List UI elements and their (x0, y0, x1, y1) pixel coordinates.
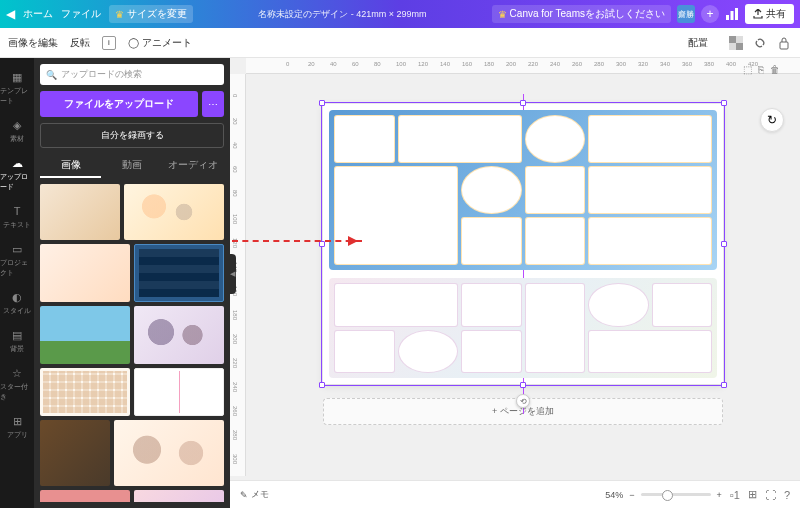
bottom-bar: ✎ メモ 54% − + ▫1 ⊞ ⛶ ? (230, 480, 800, 508)
thumb[interactable] (40, 306, 130, 364)
share-button[interactable]: 共有 (745, 4, 794, 24)
design-canvas[interactable]: ⟲ (323, 104, 723, 384)
lock-icon[interactable] (776, 35, 792, 51)
thumb[interactable] (114, 420, 224, 486)
resize-handle[interactable] (721, 382, 727, 388)
resize-button[interactable]: ♛サイズを変更 (109, 5, 193, 23)
back-icon[interactable]: ◀ (6, 7, 15, 21)
record-button[interactable]: 自分を録画する (40, 123, 224, 148)
help-icon[interactable]: ? (784, 489, 790, 501)
thumb[interactable] (134, 244, 224, 302)
tab-videos[interactable]: 動画 (101, 154, 162, 178)
rail-starred[interactable]: ☆スター付き (0, 360, 34, 408)
rail-background[interactable]: ▤背景 (0, 322, 34, 360)
styles-icon: ◐ (10, 290, 24, 304)
side-rail: ▦テンプレート ◈素材 ☁アップロード Tテキスト ▭プロジェクト ◐スタイル … (0, 58, 34, 508)
resize-handle[interactable] (319, 100, 325, 106)
notes-button[interactable]: ✎ メモ (240, 488, 269, 501)
templates-icon: ▦ (10, 70, 24, 84)
projects-icon: ▭ (10, 242, 24, 256)
rail-elements[interactable]: ◈素材 (0, 112, 34, 150)
thumb[interactable] (40, 368, 130, 416)
svg-rect-6 (780, 42, 788, 49)
avatar[interactable]: 齋勝 (677, 5, 695, 23)
text-icon: T (10, 204, 24, 218)
annotation-arrow (232, 240, 362, 242)
crown-icon: ♛ (115, 9, 124, 20)
resize-handle[interactable] (319, 382, 325, 388)
thumb[interactable] (134, 306, 224, 364)
upload-icon: ☁ (10, 156, 24, 170)
svg-rect-2 (735, 8, 738, 20)
svg-rect-4 (729, 36, 736, 43)
collage-element-top[interactable] (329, 110, 717, 270)
edit-image-button[interactable]: 画像を編集 (8, 36, 58, 50)
svg-rect-0 (726, 15, 729, 20)
add-button[interactable]: + (701, 5, 719, 23)
zoom-in-icon[interactable]: + (717, 490, 722, 500)
animate-button[interactable]: ◯アニメート (128, 36, 192, 50)
tab-images[interactable]: 画像 (40, 154, 101, 178)
crown-icon: ♛ (498, 9, 507, 20)
link-icon[interactable] (752, 35, 768, 51)
tab-audio[interactable]: オーディオ (163, 154, 224, 178)
rail-uploads[interactable]: ☁アップロード (0, 150, 34, 198)
thumb[interactable] (134, 490, 224, 502)
analytics-icon[interactable] (725, 7, 739, 21)
search-icon: 🔍 (46, 70, 57, 80)
star-icon: ☆ (10, 366, 24, 380)
zoom-label[interactable]: 54% (605, 490, 623, 500)
search-input[interactable]: 🔍アップロードの検索 (40, 64, 224, 85)
rail-text[interactable]: Tテキスト (0, 198, 34, 236)
file-menu[interactable]: ファイル (61, 7, 101, 21)
animate-icon: ◯ (128, 37, 139, 48)
rail-apps[interactable]: ⊞アプリ (0, 408, 34, 446)
thumb[interactable] (40, 490, 130, 502)
info-icon[interactable]: i (102, 36, 116, 50)
resize-handle[interactable] (721, 100, 727, 106)
rail-styles[interactable]: ◐スタイル (0, 284, 34, 322)
canvas-area: 0204060801001201401601802002202402602803… (230, 58, 800, 508)
svg-rect-5 (736, 43, 743, 50)
rail-projects[interactable]: ▭プロジェクト (0, 236, 34, 284)
flip-button[interactable]: 反転 (70, 36, 90, 50)
rotate-handle[interactable]: ⟲ (516, 394, 530, 408)
uploads-panel: 🔍アップロードの検索 ファイルをアップロード ⋯ 自分を録画する 画像 動画 オ… (34, 58, 230, 508)
media-tabs: 画像 動画 オーディオ (40, 154, 224, 178)
thumb[interactable] (124, 184, 224, 240)
fullscreen-icon[interactable]: ⛶ (765, 489, 776, 501)
svg-rect-1 (731, 11, 734, 20)
upload-file-button[interactable]: ファイルをアップロード (40, 91, 198, 117)
home-link[interactable]: ホーム (23, 7, 53, 21)
rail-templates[interactable]: ▦テンプレート (0, 64, 34, 112)
transparency-icon[interactable] (728, 35, 744, 51)
elements-icon: ◈ (10, 118, 24, 132)
thumb[interactable] (134, 368, 224, 416)
thumb[interactable] (40, 420, 110, 486)
upload-more-button[interactable]: ⋯ (202, 91, 224, 117)
try-teams-button[interactable]: ♛Canva for Teamsをお試しください (492, 5, 671, 23)
resize-handle[interactable] (721, 241, 727, 247)
document-title[interactable]: 名称未設定のデザイン - 421mm × 299mm (193, 8, 492, 21)
thumb[interactable] (40, 244, 130, 302)
position-button[interactable]: 配置 (688, 36, 708, 50)
grid-view-icon[interactable]: ⊞ (748, 488, 757, 501)
apps-icon: ⊞ (10, 414, 24, 428)
collage-element-bottom[interactable] (329, 278, 717, 378)
page-count-icon[interactable]: ▫1 (730, 489, 740, 501)
ruler-horizontal: 0204060801001201401601802002202402602803… (246, 58, 800, 74)
zoom-slider[interactable] (641, 493, 711, 496)
zoom-out-icon[interactable]: − (629, 490, 634, 500)
panel-collapse-handle[interactable]: ◀ (228, 254, 236, 294)
media-gallery (40, 184, 224, 502)
thumb[interactable] (40, 184, 120, 240)
top-bar: ◀ ホーム ファイル ♛サイズを変更 名称未設定のデザイン - 421mm × … (0, 0, 800, 28)
background-icon: ▤ (10, 328, 24, 342)
context-toolbar: 画像を編集 反転 i ◯アニメート 配置 (0, 28, 800, 58)
